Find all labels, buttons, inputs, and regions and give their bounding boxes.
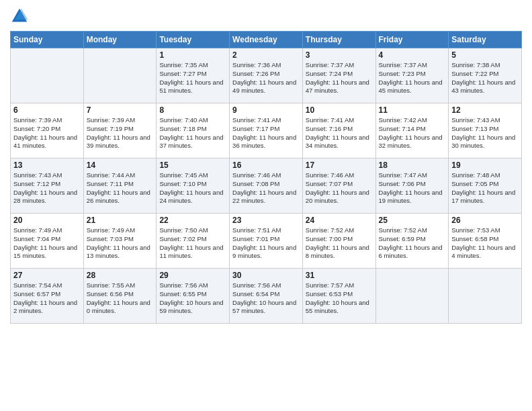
day-info: Sunrise: 7:41 AM Sunset: 7:17 PM Dayligh…: [232, 116, 300, 150]
calendar-cell: 16Sunrise: 7:46 AM Sunset: 7:08 PM Dayli…: [230, 158, 303, 214]
day-info: Sunrise: 7:45 AM Sunset: 7:10 PM Dayligh…: [159, 171, 226, 205]
day-number: 26: [451, 216, 519, 225]
day-number: 11: [379, 105, 446, 115]
calendar-cell: 12Sunrise: 7:43 AM Sunset: 7:13 PM Dayli…: [449, 103, 522, 158]
day-info: Sunrise: 7:51 AM Sunset: 7:01 PM Dayligh…: [232, 226, 300, 261]
day-header-wednesday: Wednesday: [230, 32, 303, 48]
calendar-cell: 22Sunrise: 7:50 AM Sunset: 7:02 PM Dayli…: [157, 214, 230, 269]
day-info: Sunrise: 7:44 AM Sunset: 7:11 PM Dayligh…: [87, 171, 154, 205]
calendar-cell: [11, 48, 84, 103]
logo: [10, 7, 32, 26]
calendar-cell: 9Sunrise: 7:41 AM Sunset: 7:17 PM Daylig…: [230, 103, 303, 158]
calendar-body: 1Sunrise: 7:35 AM Sunset: 7:27 PM Daylig…: [11, 48, 522, 324]
day-info: Sunrise: 7:35 AM Sunset: 7:27 PM Dayligh…: [159, 61, 226, 95]
day-header-saturday: Saturday: [449, 32, 522, 48]
day-info: Sunrise: 7:37 AM Sunset: 7:24 PM Dayligh…: [306, 61, 373, 95]
calendar-cell: 7Sunrise: 7:39 AM Sunset: 7:19 PM Daylig…: [83, 103, 157, 158]
day-number: 13: [13, 161, 81, 170]
calendar-cell: 30Sunrise: 7:56 AM Sunset: 6:54 PM Dayli…: [230, 269, 303, 324]
calendar-header: SundayMondayTuesdayWednesdayThursdayFrid…: [11, 32, 522, 48]
day-info: Sunrise: 7:39 AM Sunset: 7:20 PM Dayligh…: [13, 116, 81, 150]
page: SundayMondayTuesdayWednesdayThursdayFrid…: [0, 0, 532, 411]
calendar-cell: 4Sunrise: 7:37 AM Sunset: 7:23 PM Daylig…: [375, 48, 449, 103]
day-header-monday: Monday: [83, 32, 157, 48]
calendar-cell: [449, 269, 522, 324]
calendar-cell: 11Sunrise: 7:42 AM Sunset: 7:14 PM Dayli…: [375, 103, 449, 158]
calendar-week-4: 20Sunrise: 7:49 AM Sunset: 7:04 PM Dayli…: [11, 214, 522, 269]
day-info: Sunrise: 7:38 AM Sunset: 7:22 PM Dayligh…: [451, 61, 519, 95]
calendar-cell: 10Sunrise: 7:41 AM Sunset: 7:16 PM Dayli…: [302, 103, 375, 158]
day-number: 24: [306, 216, 373, 225]
calendar-table: SundayMondayTuesdayWednesdayThursdayFrid…: [10, 31, 522, 324]
day-info: Sunrise: 7:54 AM Sunset: 6:57 PM Dayligh…: [13, 281, 81, 316]
day-number: 31: [306, 271, 373, 280]
calendar-cell: 3Sunrise: 7:37 AM Sunset: 7:24 PM Daylig…: [302, 48, 375, 103]
day-number: 28: [87, 271, 154, 280]
calendar-cell: 27Sunrise: 7:54 AM Sunset: 6:57 PM Dayli…: [11, 269, 84, 324]
day-number: 2: [232, 50, 300, 60]
day-info: Sunrise: 7:48 AM Sunset: 7:05 PM Dayligh…: [451, 171, 519, 205]
day-info: Sunrise: 7:41 AM Sunset: 7:16 PM Dayligh…: [306, 116, 373, 150]
day-info: Sunrise: 7:39 AM Sunset: 7:19 PM Dayligh…: [87, 116, 154, 150]
day-number: 15: [159, 161, 226, 170]
day-number: 10: [306, 105, 373, 115]
day-number: 23: [232, 216, 300, 225]
calendar-week-3: 13Sunrise: 7:43 AM Sunset: 7:12 PM Dayli…: [11, 158, 522, 214]
day-info: Sunrise: 7:53 AM Sunset: 6:58 PM Dayligh…: [451, 226, 519, 261]
day-info: Sunrise: 7:46 AM Sunset: 7:07 PM Dayligh…: [306, 171, 373, 205]
calendar-cell: 2Sunrise: 7:36 AM Sunset: 7:26 PM Daylig…: [230, 48, 303, 103]
day-number: 6: [13, 105, 81, 115]
day-info: Sunrise: 7:43 AM Sunset: 7:13 PM Dayligh…: [451, 116, 519, 150]
calendar-cell: 23Sunrise: 7:51 AM Sunset: 7:01 PM Dayli…: [230, 214, 303, 269]
day-number: 30: [232, 271, 300, 280]
day-number: 25: [379, 216, 446, 225]
day-header-friday: Friday: [375, 32, 449, 48]
day-info: Sunrise: 7:50 AM Sunset: 7:02 PM Dayligh…: [159, 226, 226, 261]
day-number: 5: [451, 50, 519, 60]
calendar-cell: 25Sunrise: 7:52 AM Sunset: 6:59 PM Dayli…: [375, 214, 449, 269]
day-header-thursday: Thursday: [302, 32, 375, 48]
calendar-cell: 18Sunrise: 7:47 AM Sunset: 7:06 PM Dayli…: [375, 158, 449, 214]
calendar-week-5: 27Sunrise: 7:54 AM Sunset: 6:57 PM Dayli…: [11, 269, 522, 324]
day-number: 19: [451, 161, 519, 170]
day-info: Sunrise: 7:36 AM Sunset: 7:26 PM Dayligh…: [232, 61, 300, 95]
day-info: Sunrise: 7:43 AM Sunset: 7:12 PM Dayligh…: [13, 171, 81, 205]
day-number: 7: [87, 105, 154, 115]
calendar-cell: 13Sunrise: 7:43 AM Sunset: 7:12 PM Dayli…: [11, 158, 84, 214]
day-info: Sunrise: 7:52 AM Sunset: 7:00 PM Dayligh…: [306, 226, 373, 261]
calendar-cell: 26Sunrise: 7:53 AM Sunset: 6:58 PM Dayli…: [449, 214, 522, 269]
day-number: 14: [87, 161, 154, 170]
day-number: 1: [159, 50, 226, 60]
calendar-cell: [83, 48, 157, 103]
calendar-cell: 14Sunrise: 7:44 AM Sunset: 7:11 PM Dayli…: [83, 158, 157, 214]
day-header-tuesday: Tuesday: [157, 32, 230, 48]
day-number: 20: [13, 216, 81, 225]
calendar-cell: 6Sunrise: 7:39 AM Sunset: 7:20 PM Daylig…: [11, 103, 84, 158]
calendar-cell: 29Sunrise: 7:56 AM Sunset: 6:55 PM Dayli…: [157, 269, 230, 324]
day-info: Sunrise: 7:56 AM Sunset: 6:55 PM Dayligh…: [159, 281, 226, 316]
calendar-week-2: 6Sunrise: 7:39 AM Sunset: 7:20 PM Daylig…: [11, 103, 522, 158]
calendar-cell: 5Sunrise: 7:38 AM Sunset: 7:22 PM Daylig…: [449, 48, 522, 103]
day-info: Sunrise: 7:46 AM Sunset: 7:08 PM Dayligh…: [232, 171, 300, 205]
calendar-cell: 1Sunrise: 7:35 AM Sunset: 7:27 PM Daylig…: [157, 48, 230, 103]
calendar-week-1: 1Sunrise: 7:35 AM Sunset: 7:27 PM Daylig…: [11, 48, 522, 103]
calendar-cell: 15Sunrise: 7:45 AM Sunset: 7:10 PM Dayli…: [157, 158, 230, 214]
day-info: Sunrise: 7:42 AM Sunset: 7:14 PM Dayligh…: [379, 116, 446, 150]
day-number: 16: [232, 161, 300, 170]
calendar-cell: 21Sunrise: 7:49 AM Sunset: 7:03 PM Dayli…: [83, 214, 157, 269]
day-number: 29: [159, 271, 226, 280]
day-info: Sunrise: 7:49 AM Sunset: 7:04 PM Dayligh…: [13, 226, 81, 261]
day-number: 12: [451, 105, 519, 115]
day-number: 21: [87, 216, 154, 225]
day-info: Sunrise: 7:37 AM Sunset: 7:23 PM Dayligh…: [379, 61, 446, 95]
day-number: 8: [159, 105, 226, 115]
day-info: Sunrise: 7:57 AM Sunset: 6:53 PM Dayligh…: [306, 281, 373, 316]
calendar-cell: 24Sunrise: 7:52 AM Sunset: 7:00 PM Dayli…: [302, 214, 375, 269]
day-info: Sunrise: 7:49 AM Sunset: 7:03 PM Dayligh…: [87, 226, 154, 261]
day-info: Sunrise: 7:55 AM Sunset: 6:56 PM Dayligh…: [87, 281, 154, 316]
header-row: SundayMondayTuesdayWednesdayThursdayFrid…: [11, 32, 522, 48]
day-number: 3: [306, 50, 373, 60]
day-info: Sunrise: 7:47 AM Sunset: 7:06 PM Dayligh…: [379, 171, 446, 205]
day-info: Sunrise: 7:52 AM Sunset: 6:59 PM Dayligh…: [379, 226, 446, 261]
calendar-cell: 17Sunrise: 7:46 AM Sunset: 7:07 PM Dayli…: [302, 158, 375, 214]
